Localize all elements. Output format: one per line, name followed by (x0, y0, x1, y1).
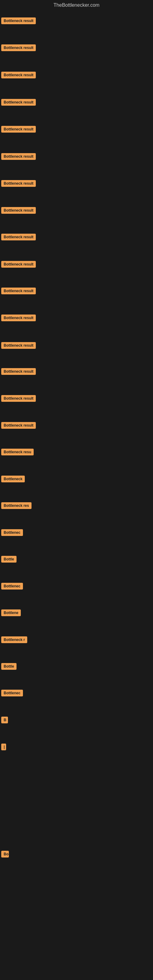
bottleneck-result-badge[interactable]: Bottlene (1, 609, 21, 616)
list-item: Bottlene (1, 609, 21, 617)
bottleneck-result-badge[interactable]: Bottleneck result (1, 18, 36, 24)
list-item: Bottleneck result (1, 126, 36, 134)
list-item: Bottleneck result (1, 395, 36, 403)
list-item: Bottleneck result (1, 18, 36, 25)
bottleneck-result-badge[interactable]: | (1, 744, 6, 750)
list-item: Bottleneck (1, 476, 25, 484)
bottleneck-result-badge[interactable]: Bottleneck result (1, 72, 36, 78)
list-item: Bottleneck result (1, 45, 36, 52)
list-item: Bottleneck result (1, 180, 36, 188)
bottleneck-result-badge[interactable]: Bottleneck res (1, 502, 32, 509)
bottleneck-result-badge[interactable]: Bottleneck result (1, 288, 36, 294)
list-item: Bottleneck resu (1, 449, 33, 457)
bottleneck-result-badge[interactable]: Bottleneck result (1, 261, 36, 268)
site-title: TheBottlenecker.com (0, 0, 153, 10)
list-item: Bottle (1, 663, 16, 671)
bottleneck-result-badge[interactable]: Bottleneck result (1, 234, 36, 240)
bottleneck-result-badge[interactable]: Bottlenec (1, 529, 23, 536)
bottleneck-result-badge[interactable]: Bottlenec (1, 690, 23, 697)
list-item: Bottleneck result (1, 72, 36, 80)
list-item: Bottleneck result (1, 342, 36, 350)
bottleneck-result-badge[interactable]: Bottleneck r (1, 636, 27, 643)
bottleneck-result-badge[interactable]: Bottleneck result (1, 180, 36, 187)
bottleneck-result-badge[interactable]: Bottleneck result (1, 315, 36, 321)
bottleneck-result-badge[interactable]: Bottleneck result (1, 207, 36, 214)
bottleneck-result-badge[interactable]: Bottleneck resu (1, 449, 33, 455)
bottleneck-result-badge[interactable]: Bottleneck result (1, 153, 36, 160)
list-item: Bo (1, 851, 9, 859)
bottleneck-result-badge[interactable]: B (1, 717, 8, 723)
bottleneck-result-badge[interactable]: Bottleneck result (1, 45, 36, 51)
list-item: Bottlenec (1, 529, 23, 537)
bottleneck-result-badge[interactable]: Bottleneck result (1, 422, 36, 429)
list-item: | (1, 744, 6, 751)
list-item: Bottleneck result (1, 315, 36, 323)
bottleneck-result-badge[interactable]: Bottleneck result (1, 368, 36, 375)
bottleneck-result-badge[interactable]: Bottleneck result (1, 126, 36, 133)
list-item: Bottleneck result (1, 153, 36, 161)
list-item: Bottleneck result (1, 234, 36, 242)
list-item: Bottle (1, 556, 16, 564)
bottleneck-result-badge[interactable]: Bottleneck result (1, 342, 36, 349)
list-item: Bottleneck result (1, 422, 36, 430)
bottleneck-result-badge[interactable]: Bottle (1, 663, 16, 670)
bottleneck-result-badge[interactable]: Bo (1, 851, 9, 858)
bottleneck-result-badge[interactable]: Bottle (1, 556, 16, 563)
bottleneck-result-badge[interactable]: Bottleneck result (1, 99, 36, 106)
list-item: Bottleneck result (1, 288, 36, 296)
list-item: Bottleneck result (1, 368, 36, 376)
list-item: B (1, 717, 8, 725)
bottleneck-result-badge[interactable]: Bottlenec (1, 583, 23, 590)
bottleneck-result-badge[interactable]: Bottleneck (1, 476, 25, 482)
list-item: Bottlenec (1, 690, 23, 698)
list-item: Bottleneck r (1, 636, 27, 644)
list-item: Bottleneck result (1, 99, 36, 107)
list-item: Bottleneck result (1, 207, 36, 215)
bottleneck-result-badge[interactable]: Bottleneck result (1, 395, 36, 402)
list-item: Bottleneck res (1, 502, 32, 510)
list-item: Bottleneck result (1, 261, 36, 269)
list-item: Bottlenec (1, 583, 23, 591)
